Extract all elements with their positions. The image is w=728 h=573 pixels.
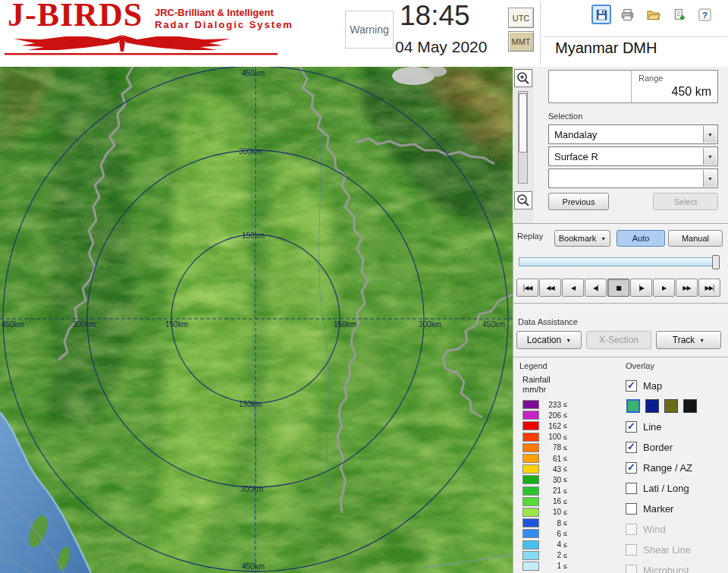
logo-subtitle-2: Radar Dialogic System [155, 19, 293, 30]
map-swatch-4[interactable] [683, 399, 697, 413]
map-color-swatches [626, 398, 697, 414]
select-button[interactable]: Select [653, 193, 718, 210]
play-button[interactable]: ▶ [653, 279, 675, 297]
legend-row: 16≤ [522, 496, 567, 507]
legend-unit-2: mm/hr [522, 385, 546, 394]
overlay-item-range-az[interactable]: ✓ Range / AZ [626, 460, 692, 475]
bookmark-button[interactable]: Bookmark ▼ [554, 230, 610, 247]
auto-button[interactable]: Auto [617, 230, 665, 247]
utc-button[interactable]: UTC [508, 8, 534, 28]
zoom-in-button[interactable] [514, 69, 532, 87]
fast-forward-button[interactable]: ▶▶ [676, 279, 698, 297]
legend-color [522, 464, 539, 474]
stop-button[interactable]: ■ [607, 279, 629, 297]
overlay-item-lati-long[interactable]: Lati / Long [626, 480, 689, 496]
previous-button[interactable]: Previous [548, 193, 609, 210]
step-back-button[interactable]: ◀| [585, 279, 607, 297]
jump-start-button[interactable]: |◀◀ [516, 279, 538, 297]
export-button[interactable] [669, 5, 689, 24]
zoom-slider-track[interactable] [518, 91, 528, 184]
selection-label: Selection [548, 112, 582, 121]
legend-color [522, 540, 539, 549]
header-separator [540, 2, 541, 65]
logo-title: J-BIRDS [8, 0, 143, 34]
legend-color [522, 411, 539, 420]
play-back-button[interactable]: ◀ [562, 279, 584, 297]
zoom-out-button[interactable] [514, 191, 532, 209]
chevron-down-icon[interactable]: ▼ [703, 170, 717, 187]
overlay-item-shear-line: Shear Line [626, 542, 691, 557]
bookmark-label: Bookmark [559, 234, 597, 243]
station-title: Myanmar DMH [555, 39, 657, 57]
track-button[interactable]: Track ▼ [656, 331, 721, 349]
jump-end-button[interactable]: ▶▶| [698, 279, 720, 297]
range-ring-label: 300km [419, 320, 441, 329]
product-dropdown[interactable]: Surface R ▼ [548, 146, 718, 166]
overlay-item-map[interactable]: ✓ Map [626, 378, 662, 393]
logo-subtitle-1: JRC-Brilliant & Intelligent [155, 7, 274, 18]
map-swatch-1[interactable] [626, 399, 640, 413]
map-swatch-2[interactable] [645, 399, 659, 413]
print-button[interactable] [617, 5, 637, 24]
chevron-down-icon[interactable]: ▼ [703, 126, 717, 143]
manual-button[interactable]: Manual [668, 230, 723, 247]
product-dropdown-value: Surface R [554, 151, 598, 162]
legend-color [522, 551, 539, 560]
range-ring-label: 300km [73, 320, 96, 329]
range-divider [631, 71, 632, 102]
legend-color [522, 454, 539, 463]
legend-row: 61≤ [522, 453, 567, 464]
mmt-button[interactable]: MMT [508, 31, 534, 52]
track-label: Track [673, 335, 695, 345]
help-button[interactable]: ? [695, 5, 714, 24]
range-ring-label: 150km [334, 320, 356, 329]
legend-color [522, 486, 539, 496]
replay-slider-handle[interactable] [712, 255, 720, 269]
warning-label: Warning [350, 24, 389, 36]
range-value: 450 km [672, 85, 711, 99]
overlay-item-wind: Wind [626, 521, 666, 537]
chevron-down-icon: ▼ [566, 338, 571, 343]
export-icon [672, 8, 686, 22]
print-icon [620, 8, 635, 22]
overlay-item-line[interactable]: ✓ Line [626, 419, 662, 434]
control-panel: Range 450 km Selection Mandalay ▼ Surfac… [513, 67, 728, 573]
header-bar: J-BIRDS JRC-Brilliant & Intelligent Rada… [0, 0, 728, 67]
replay-slider[interactable] [519, 257, 719, 266]
range-ring-label: 450km [2, 320, 24, 329]
checkbox[interactable]: ✓ [626, 442, 637, 453]
site-dropdown[interactable]: Mandalay ▼ [548, 124, 718, 144]
checkbox[interactable]: ✓ [626, 380, 637, 392]
overlay-item-marker[interactable]: Marker [626, 501, 673, 516]
checkbox[interactable] [626, 503, 637, 515]
location-button[interactable]: Location ▼ [516, 331, 582, 349]
legend-row: 1≤ [522, 561, 567, 571]
legend-row: 206≤ [522, 410, 567, 420]
legend-row: 78≤ [522, 442, 567, 453]
option-dropdown[interactable]: ▼ [548, 168, 718, 188]
legend-color [522, 497, 539, 506]
range-ring-label: 300km [239, 147, 262, 156]
data-assistance-label: Data Assistance [518, 317, 578, 326]
legend-row: 30≤ [522, 474, 567, 485]
checkbox[interactable] [626, 483, 637, 494]
zoom-in-icon [516, 71, 530, 85]
radar-map[interactable]: 450km 300km 150km 150km 300km 450km 450k… [0, 67, 513, 573]
map-swatch-3[interactable] [664, 399, 678, 413]
open-folder-button[interactable] [643, 5, 663, 24]
range-ring-label: 450km [242, 69, 265, 77]
playback-controls: |◀◀ ◀◀ ◀ ◀| ■ |▶ ▶ ▶▶ ▶▶| [516, 279, 720, 297]
fast-rewind-button[interactable]: ◀◀ [539, 279, 561, 297]
zoom-slider-thumb[interactable] [519, 93, 527, 153]
svg-text:?: ? [702, 10, 708, 19]
checkbox[interactable]: ✓ [626, 421, 637, 433]
legend-row: 8≤ [522, 518, 567, 528]
overlay-label: Overlay [626, 361, 654, 370]
chevron-down-icon[interactable]: ▼ [703, 148, 717, 165]
save-button[interactable] [592, 5, 611, 24]
overlay-item-border[interactable]: ✓ Border [626, 439, 673, 455]
checkbox[interactable]: ✓ [626, 462, 637, 474]
x-section-button[interactable]: X-Section [586, 331, 651, 349]
step-forward-button[interactable]: |▶ [630, 279, 652, 297]
warning-button[interactable]: Warning [345, 11, 394, 49]
